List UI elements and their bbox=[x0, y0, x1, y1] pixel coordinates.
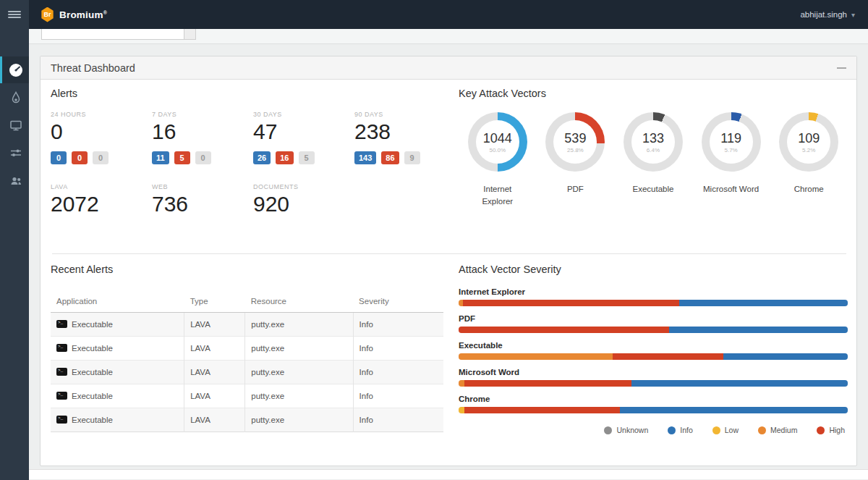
stat-label: 30 DAYS bbox=[253, 111, 354, 118]
stat-90-days: 90 DAYS 238 143 86 9 bbox=[354, 111, 456, 164]
attack-vector-donuts: 1044 50.0% Internet Explorer 539 25.8% bbox=[459, 112, 848, 209]
recent-alerts-table: Application Type Resource Severity Execu… bbox=[51, 290, 443, 432]
table-row[interactable]: Executable LAVA putty.exe Info bbox=[51, 313, 443, 337]
sidebar-item-dashboard[interactable] bbox=[0, 56, 29, 83]
cell-application: Executable bbox=[72, 368, 113, 376]
stat-label: 90 DAYS bbox=[354, 111, 456, 118]
legend-item-unknown: Unknown bbox=[604, 426, 648, 434]
donut-microsoft-word[interactable]: 119 5.7% Microsoft Word bbox=[692, 112, 770, 209]
legend-dot-medium-icon bbox=[758, 426, 766, 434]
stat-value: 736 bbox=[152, 192, 253, 217]
severity-segment-info bbox=[669, 327, 848, 333]
cell-application: Executable bbox=[72, 392, 113, 400]
donut-label: Executable bbox=[623, 183, 684, 195]
stacked-bar bbox=[459, 327, 848, 333]
legend-dot-high-icon bbox=[817, 426, 825, 434]
alert-source-stats: LAVA 2072 WEB 736 DOCUMENTS 920 bbox=[51, 183, 454, 217]
donut-label: Chrome bbox=[778, 183, 839, 195]
stat-web: WEB 736 bbox=[152, 183, 253, 217]
sidebar-item-endpoints[interactable] bbox=[0, 111, 29, 138]
top-navbar: Br Bromium® abhijat.singh ▾ bbox=[0, 0, 868, 29]
severity-segment-high bbox=[613, 353, 723, 360]
cell-type: LAVA bbox=[184, 337, 245, 361]
legend-label: Medium bbox=[770, 426, 797, 434]
legend-dot-info-icon bbox=[668, 426, 676, 434]
legend-dot-unknown-icon bbox=[604, 426, 612, 434]
table-header-row: Application Type Resource Severity bbox=[51, 290, 443, 313]
gauge-icon bbox=[9, 63, 23, 77]
cell-type: LAVA bbox=[184, 408, 245, 432]
sidebar-item-users[interactable] bbox=[0, 167, 29, 193]
high-count-badge: 0 bbox=[72, 151, 88, 164]
cell-application: Executable bbox=[72, 320, 113, 329]
donut-internet-explorer[interactable]: 1044 50.0% Internet Explorer bbox=[459, 112, 537, 209]
other-count-badge: 0 bbox=[93, 151, 109, 164]
donut-value: 539 bbox=[564, 131, 586, 146]
donut-chart: 133 6.4% bbox=[624, 112, 683, 172]
flame-icon bbox=[9, 90, 23, 105]
severity-row-executable: Executable bbox=[459, 341, 848, 360]
severity-legend: Unknown Info Low Medium bbox=[459, 426, 848, 434]
donut-chart: 109 5.2% bbox=[779, 112, 838, 172]
cell-severity: Info bbox=[353, 361, 443, 384]
donut-pdf[interactable]: 539 25.8% PDF bbox=[537, 112, 615, 209]
cell-severity: Info bbox=[353, 384, 443, 408]
table-row[interactable]: Executable LAVA putty.exe Info bbox=[51, 337, 443, 361]
info-count-badge: 0 bbox=[51, 151, 67, 164]
donut-executable[interactable]: 133 6.4% Executable bbox=[614, 112, 692, 209]
stat-label: 24 HOURS bbox=[51, 111, 152, 118]
column-header-severity[interactable]: Severity bbox=[353, 290, 443, 313]
brand-logo[interactable]: Br Bromium® bbox=[41, 7, 107, 22]
stat-7-days: 7 DAYS 16 11 5 0 bbox=[152, 111, 253, 164]
alert-period-stats: 24 HOURS 0 0 0 0 7 DAYS 16 bbox=[51, 111, 454, 164]
executable-icon bbox=[56, 416, 67, 424]
recent-alerts-heading: Recent Alerts bbox=[51, 264, 454, 275]
other-count-badge: 9 bbox=[404, 151, 420, 164]
key-attack-vectors-section: Key Attack Vectors 1044 50.0% Internet E… bbox=[459, 88, 848, 253]
legend-item-low: Low bbox=[712, 426, 739, 434]
info-count-badge: 26 bbox=[253, 151, 271, 164]
severity-segment-info bbox=[620, 407, 848, 413]
table-row[interactable]: Executable LAVA putty.exe Info bbox=[51, 361, 443, 384]
donut-label: Microsoft Word bbox=[701, 183, 762, 195]
donut-percent: 25.8% bbox=[567, 147, 584, 153]
column-header-type[interactable]: Type bbox=[184, 290, 245, 313]
column-header-application[interactable]: Application bbox=[51, 290, 184, 313]
next-panel-edge bbox=[29, 469, 868, 479]
severity-segment-info bbox=[679, 300, 848, 306]
user-menu[interactable]: abhijat.singh ▾ bbox=[800, 10, 855, 19]
panel-header: Threat Dashboard bbox=[41, 56, 856, 80]
collapse-panel-icon[interactable] bbox=[837, 67, 846, 69]
severity-row-label: Microsoft Word bbox=[459, 368, 848, 376]
sidebar-item-threats[interactable] bbox=[0, 84, 29, 111]
legend-label: Info bbox=[680, 426, 693, 434]
severity-segment-medium bbox=[459, 353, 613, 360]
donut-chrome[interactable]: 109 5.2% Chrome bbox=[770, 112, 848, 209]
stat-value: 2072 bbox=[51, 192, 152, 217]
severity-row-chrome: Chrome bbox=[459, 395, 848, 413]
stat-value: 238 bbox=[354, 119, 456, 145]
high-count-badge: 16 bbox=[276, 151, 293, 164]
donut-chart: 539 25.8% bbox=[545, 112, 605, 172]
alerts-heading: Alerts bbox=[51, 88, 454, 99]
stat-label: 7 DAYS bbox=[152, 111, 253, 118]
users-icon bbox=[9, 173, 23, 188]
cell-type: LAVA bbox=[184, 384, 245, 408]
brand-name: Bromium® bbox=[59, 9, 107, 20]
chevron-down-icon: ▾ bbox=[851, 11, 855, 19]
cell-resource: putty.exe bbox=[245, 384, 353, 408]
legend-dot-low-icon bbox=[712, 426, 720, 434]
table-row[interactable]: Executable LAVA putty.exe Info bbox=[51, 384, 443, 408]
legend-label: Low bbox=[725, 426, 739, 434]
table-row[interactable]: Executable LAVA putty.exe Info bbox=[51, 408, 443, 432]
section-divider bbox=[52, 253, 846, 254]
stacked-bar bbox=[459, 353, 848, 360]
menu-toggle-button[interactable] bbox=[0, 0, 29, 29]
sidebar-item-policies[interactable] bbox=[0, 139, 29, 166]
severity-segment-high bbox=[463, 300, 679, 306]
stacked-bar bbox=[459, 380, 848, 387]
severity-row-microsoft-word: Microsoft Word bbox=[459, 368, 848, 387]
column-header-resource[interactable]: Resource bbox=[245, 290, 353, 313]
alerts-section: Alerts 24 HOURS 0 0 0 0 7 DAY bbox=[51, 88, 454, 253]
high-count-badge: 5 bbox=[174, 151, 190, 164]
